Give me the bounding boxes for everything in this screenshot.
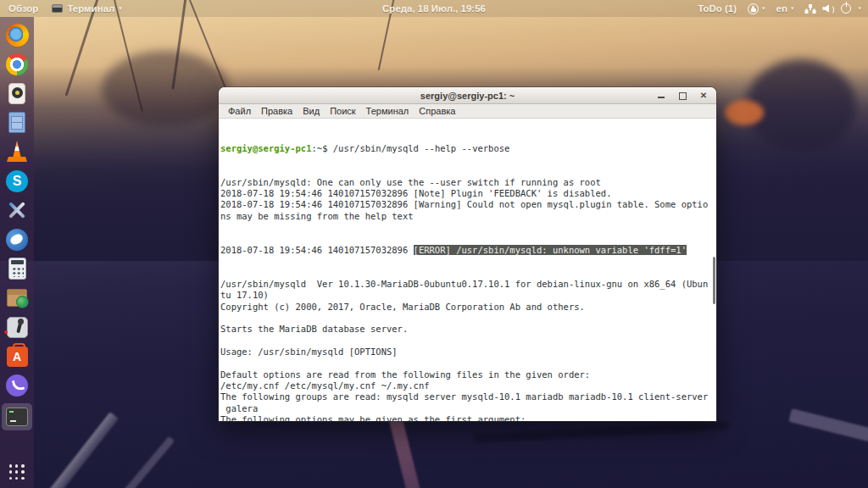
- menu-help[interactable]: Справка: [414, 105, 460, 117]
- error-highlighted-selection: [ERROR] /usr/sbin/mysqld: unknown variab…: [414, 245, 687, 255]
- viber-icon: [6, 374, 28, 396]
- launcher-dock: S A: [0, 17, 34, 488]
- dock-item-terminal-active[interactable]: [2, 403, 32, 430]
- wallpaper-rail: [388, 415, 430, 488]
- wallpaper-rail: [788, 408, 868, 452]
- accessibility-icon: [748, 3, 759, 14]
- dock-item-chrome[interactable]: [5, 53, 29, 76]
- ubuntu-software-icon: A: [7, 347, 28, 367]
- app-menu-label: Терминал: [67, 3, 114, 14]
- error-line: 2018-07-18 19:54:46 140107157032896 [ERR…: [220, 245, 716, 256]
- active-app-highlight: [2, 403, 32, 430]
- dock-item-viber[interactable]: [5, 374, 29, 397]
- menu-search[interactable]: Поиск: [325, 105, 360, 117]
- terminal-mini-icon: [52, 4, 63, 13]
- firefox-icon: [6, 24, 29, 47]
- terminal-icon: [6, 408, 28, 426]
- dock-item-lever-app[interactable]: [5, 315, 29, 339]
- terminal-output: /usr/sbin/mysqld: One can only use the -…: [220, 177, 716, 222]
- terminal-window: sergiy@sergiy-pc1: ~ ✕ Файл Правка Вид П…: [219, 87, 716, 421]
- file-cabinet-icon: [8, 112, 25, 133]
- menu-edit[interactable]: Правка: [256, 105, 298, 117]
- prompt-user-host: sergiy@sergiy-pc1: [220, 143, 311, 153]
- wallpaper-orange-tree: [725, 100, 764, 125]
- chevron-down-icon: ▾: [762, 5, 765, 12]
- show-applications-button[interactable]: [9, 464, 25, 480]
- maximize-icon[interactable]: [678, 92, 687, 100]
- dock-item-ubuntu-software[interactable]: A: [5, 345, 29, 369]
- camera-app-icon: [8, 83, 25, 104]
- system-menu[interactable]: ▾: [804, 3, 861, 14]
- scrollbar-thumb[interactable]: [713, 257, 716, 304]
- dock-item-calculator[interactable]: [5, 257, 29, 280]
- terminal-output: /usr/sbin/mysqld Ver 10.1.30-MariaDB-0ub…: [220, 279, 716, 421]
- menu-terminal[interactable]: Терминал: [361, 105, 415, 117]
- error-line-prefix: 2018-07-18 19:54:46 140107157032896: [220, 245, 414, 255]
- window-titlebar[interactable]: sergiy@sergiy-pc1: ~ ✕: [219, 87, 716, 104]
- dock-item-tools[interactable]: [5, 198, 29, 222]
- chrome-icon: [6, 53, 28, 75]
- clock[interactable]: Среда, 18 Июл., 19:56: [382, 3, 486, 14]
- dock-item-package-manager[interactable]: [5, 286, 29, 310]
- window-title: sergiy@sergiy-pc1: ~: [420, 91, 515, 101]
- red-dot: [4, 330, 8, 334]
- dock-item-file-cabinet[interactable]: [5, 111, 29, 135]
- thunderbird-icon: [6, 229, 28, 251]
- chevron-down-icon: ▾: [791, 5, 794, 12]
- todo-indicator[interactable]: ToDo (1): [698, 3, 737, 14]
- vlc-icon: [7, 141, 27, 163]
- menu-view[interactable]: Вид: [298, 105, 325, 117]
- wallpaper-rail: [475, 421, 729, 443]
- accessibility-menu[interactable]: ▾: [748, 3, 765, 14]
- dock-item-firefox[interactable]: [5, 23, 29, 47]
- command-text: /usr/sbin/mysqld --help --verbose: [327, 143, 509, 153]
- network-wired-icon: [804, 4, 815, 14]
- prompt-line: sergiy@sergiy-pc1:~$ /usr/sbin/mysqld --…: [220, 143, 716, 154]
- chevron-down-icon: ▾: [119, 5, 122, 12]
- activities-button[interactable]: Обзор: [8, 3, 38, 14]
- wallpaper-rail: [87, 436, 175, 488]
- tools-icon: [6, 199, 28, 221]
- app-menu[interactable]: Терминал ▾: [52, 3, 121, 14]
- skype-icon: S: [6, 170, 28, 192]
- window-menubar: Файл Правка Вид Поиск Терминал Справка: [219, 104, 716, 119]
- keyboard-layout-label: en: [776, 3, 787, 14]
- close-icon[interactable]: ✕: [699, 92, 708, 100]
- dock-item-camera-app[interactable]: [5, 81, 29, 105]
- volume-icon: [822, 3, 834, 14]
- wallpaper-foliage: [102, 51, 229, 127]
- menu-file[interactable]: Файл: [223, 105, 256, 117]
- wallpaper-foliage: [746, 59, 856, 152]
- keyboard-layout-menu[interactable]: en ▾: [776, 3, 794, 14]
- chevron-down-icon: ▾: [858, 5, 861, 12]
- lever-icon: [7, 317, 28, 338]
- dock-item-vlc[interactable]: [5, 140, 29, 164]
- minimize-icon[interactable]: [657, 92, 665, 100]
- dock-item-thunderbird[interactable]: [5, 228, 29, 252]
- dock-item-skype[interactable]: S: [5, 169, 29, 193]
- top-panel: Обзор Терминал ▾ Среда, 18 Июл., 19:56 T…: [0, 0, 868, 17]
- calculator-icon: [8, 258, 26, 280]
- power-icon: [841, 3, 851, 14]
- terminal-screen[interactable]: sergiy@sergiy-pc1:~$ /usr/sbin/mysqld --…: [219, 119, 716, 421]
- package-globe-icon: [7, 289, 27, 307]
